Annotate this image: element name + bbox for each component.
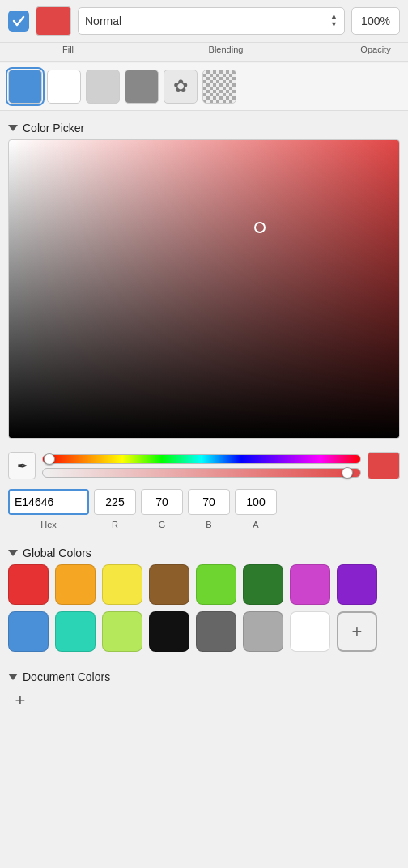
eyedropper-icon: ✒ <box>17 458 28 474</box>
swatch-solid-dgray[interactable] <box>125 70 159 104</box>
add-global-color-button[interactable]: + <box>337 611 377 652</box>
global-colors-section: + <box>0 564 408 660</box>
color-picker-label: Color Picker <box>23 121 84 134</box>
fill-label: Fill <box>36 45 100 54</box>
fill-color-swatch[interactable] <box>36 6 71 36</box>
swatch-solid-blue[interactable] <box>8 70 42 104</box>
opacity-value: 100% <box>361 15 390 28</box>
r-label: R <box>94 520 136 530</box>
global-colors-header[interactable]: Global Colors <box>0 540 408 564</box>
b-label: B <box>188 520 230 530</box>
sliders-row: ✒ <box>0 447 408 484</box>
blending-label: Blending <box>100 45 351 54</box>
top-labels-row: Fill Blending Opacity <box>0 43 408 59</box>
sliders-column <box>42 454 361 478</box>
global-color-0[interactable] <box>8 564 49 605</box>
picker-cursor-dot <box>254 222 266 233</box>
arrow-down-icon: ▼ <box>330 21 338 29</box>
swatch-solid-lgray[interactable] <box>86 70 120 104</box>
hex-input[interactable] <box>8 489 89 515</box>
document-colors-triangle-icon <box>8 674 18 680</box>
global-colors-label: Global Colors <box>23 547 91 560</box>
swatch-checkerboard[interactable] <box>202 70 236 104</box>
eyedropper-button[interactable]: ✒ <box>8 452 36 479</box>
global-color-5[interactable] <box>243 564 283 605</box>
g-label: G <box>141 520 183 530</box>
global-color-1[interactable] <box>55 564 96 605</box>
document-colors-section: + <box>0 688 408 721</box>
alpha-slider[interactable] <box>42 468 361 478</box>
document-colors-header[interactable]: Document Colors <box>0 664 408 688</box>
collapse-triangle-icon <box>8 125 18 131</box>
global-color-11[interactable] <box>149 611 189 652</box>
a-input[interactable] <box>235 489 277 515</box>
swatch-flower[interactable]: ✿ <box>164 70 198 104</box>
hue-slider[interactable] <box>42 454 361 464</box>
fill-checkbox[interactable] <box>8 11 29 32</box>
global-color-4[interactable] <box>196 564 236 605</box>
global-color-2[interactable] <box>102 564 142 605</box>
global-color-13[interactable] <box>243 611 283 652</box>
opacity-input[interactable]: 100% <box>351 7 400 35</box>
add-document-color-button[interactable]: + <box>8 688 32 713</box>
values-row <box>0 484 408 520</box>
global-color-14[interactable] <box>290 611 330 652</box>
alpha-slider-handle[interactable] <box>342 467 353 479</box>
global-color-9[interactable] <box>55 611 96 652</box>
global-color-6[interactable] <box>290 564 330 605</box>
r-input[interactable] <box>94 489 136 515</box>
color-gradient-canvas[interactable] <box>8 139 400 439</box>
global-color-7[interactable] <box>337 564 377 605</box>
opacity-label: Opacity <box>351 45 400 54</box>
global-color-10[interactable] <box>102 611 142 652</box>
color-preview-swatch <box>368 452 400 479</box>
top-bar: Normal ▲ ▼ 100% <box>0 0 408 43</box>
global-color-12[interactable] <box>196 611 236 652</box>
color-picker-header[interactable]: Color Picker <box>0 115 408 139</box>
hex-label: Hex <box>8 520 89 530</box>
fill-type-swatches: ✿ <box>0 63 408 111</box>
stepper-arrows[interactable]: ▲ ▼ <box>330 13 338 29</box>
swatch-solid-white[interactable] <box>47 70 81 104</box>
global-color-8[interactable] <box>8 611 49 652</box>
global-colors-triangle-icon <box>8 550 18 556</box>
hue-slider-handle[interactable] <box>44 453 55 465</box>
global-colors-grid: + <box>8 564 400 652</box>
g-input[interactable] <box>141 489 183 515</box>
b-input[interactable] <box>188 489 230 515</box>
a-label: A <box>235 520 277 530</box>
values-labels-row: Hex R G B A <box>0 520 408 536</box>
color-picker-area <box>0 139 408 447</box>
global-color-3[interactable] <box>149 564 189 605</box>
blending-dropdown[interactable]: Normal ▲ ▼ <box>78 7 345 35</box>
blending-value: Normal <box>85 15 121 28</box>
document-colors-label: Document Colors <box>23 670 110 683</box>
